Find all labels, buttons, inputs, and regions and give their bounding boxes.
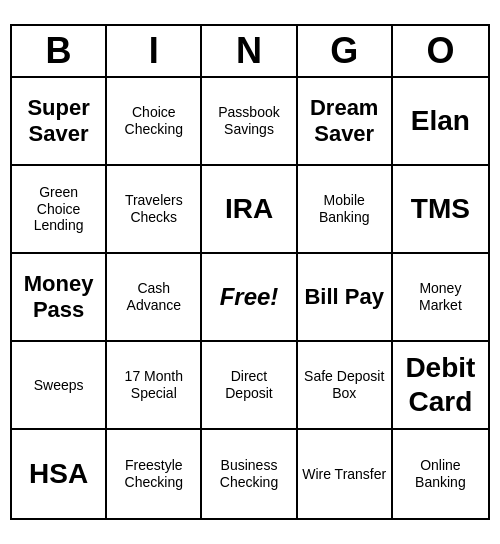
bingo-cell-12: Free! xyxy=(202,254,297,342)
bingo-cell-9: TMS xyxy=(393,166,488,254)
bingo-cell-20: HSA xyxy=(12,430,107,518)
bingo-cell-8: Mobile Banking xyxy=(298,166,393,254)
bingo-cell-13: Bill Pay xyxy=(298,254,393,342)
bingo-cell-22: Business Checking xyxy=(202,430,297,518)
bingo-cell-23: Wire Transfer xyxy=(298,430,393,518)
bingo-cell-7: IRA xyxy=(202,166,297,254)
bingo-letter-b: B xyxy=(12,26,107,76)
bingo-cell-16: 17 Month Special xyxy=(107,342,202,430)
bingo-cell-6: Travelers Checks xyxy=(107,166,202,254)
bingo-cell-21: Freestyle Checking xyxy=(107,430,202,518)
bingo-cell-4: Elan xyxy=(393,78,488,166)
bingo-cell-0: Super Saver xyxy=(12,78,107,166)
bingo-letter-i: I xyxy=(107,26,202,76)
bingo-cell-15: Sweeps xyxy=(12,342,107,430)
bingo-cell-18: Safe Deposit Box xyxy=(298,342,393,430)
bingo-header: BINGO xyxy=(12,26,488,78)
bingo-cell-17: Direct Deposit xyxy=(202,342,297,430)
bingo-letter-n: N xyxy=(202,26,297,76)
bingo-cell-19: Debit Card xyxy=(393,342,488,430)
bingo-cell-11: Cash Advance xyxy=(107,254,202,342)
bingo-cell-24: Online Banking xyxy=(393,430,488,518)
bingo-letter-o: O xyxy=(393,26,488,76)
bingo-cell-2: Passbook Savings xyxy=(202,78,297,166)
bingo-card: BINGO Super SaverChoice CheckingPassbook… xyxy=(10,24,490,520)
bingo-cell-10: Money Pass xyxy=(12,254,107,342)
bingo-cell-14: Money Market xyxy=(393,254,488,342)
bingo-letter-g: G xyxy=(298,26,393,76)
bingo-grid: Super SaverChoice CheckingPassbook Savin… xyxy=(12,78,488,518)
bingo-cell-1: Choice Checking xyxy=(107,78,202,166)
bingo-cell-3: Dream Saver xyxy=(298,78,393,166)
bingo-cell-5: Green Choice Lending xyxy=(12,166,107,254)
